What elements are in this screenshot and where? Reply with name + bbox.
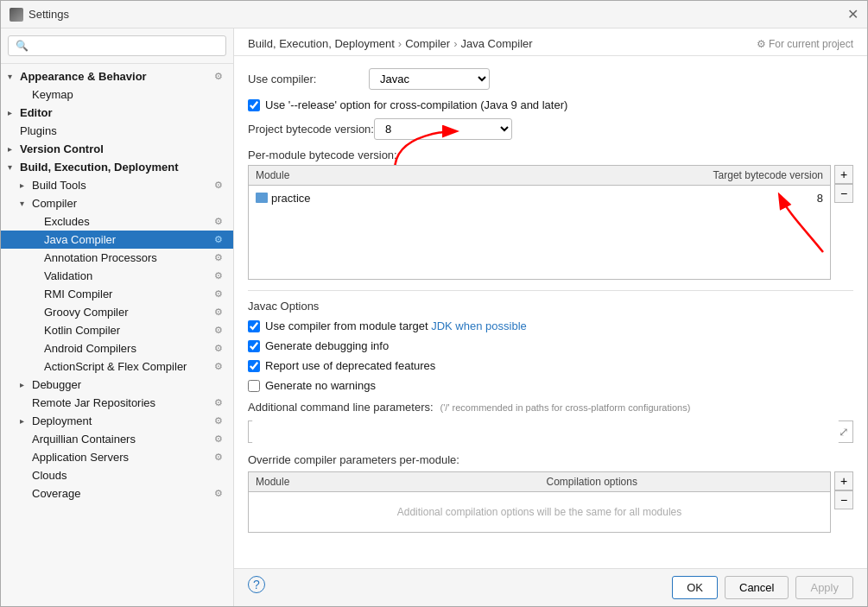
- sidebar-item-kotlin-compiler[interactable]: Kotlin Compiler ⚙: [1, 321, 233, 339]
- ok-button[interactable]: OK: [672, 576, 718, 599]
- search-input[interactable]: [8, 35, 226, 56]
- override-empty-message: Additional compilation options will be t…: [249, 492, 830, 532]
- gear-icon: ⚙: [214, 307, 226, 319]
- sidebar-item-label: Annotation Processors: [44, 251, 214, 264]
- red-arrow-2: [771, 187, 840, 256]
- sidebar-item-java-compiler[interactable]: Java Compiler ⚙: [1, 231, 233, 249]
- breadcrumb-sep2: ›: [453, 37, 457, 50]
- version-cell: 8: [685, 192, 823, 205]
- sidebar-item-plugins[interactable]: Plugins: [1, 122, 233, 140]
- option3-label: Report use of deprecated features: [265, 359, 435, 372]
- breadcrumb-part3: Java Compiler: [461, 37, 533, 50]
- sidebar-item-label: Coverage: [32, 487, 214, 500]
- sidebar-item-rmi-compiler[interactable]: RMI Compiler ⚙: [1, 285, 233, 303]
- help-icon[interactable]: ?: [248, 576, 265, 593]
- sidebar: ▾ Appearance & Behavior ⚙ Keymap ▸ Edito…: [1, 28, 234, 606]
- window-title: Settings: [29, 8, 69, 21]
- sidebar-item-label: Build, Execution, Deployment: [20, 161, 226, 174]
- sidebar-item-label: ActionScript & Flex Compiler: [44, 360, 214, 373]
- sidebar-item-actionscript[interactable]: ActionScript & Flex Compiler ⚙: [1, 357, 233, 376]
- option4-row: Generate no warnings: [248, 379, 853, 392]
- sidebar-item-label: Plugins: [20, 124, 226, 137]
- use-compiler-row: Use compiler: Javac Eclipse Ajc: [248, 68, 853, 90]
- sidebar-item-label: Appearance & Behavior: [20, 70, 214, 83]
- javac-options: Use compiler from module target JDK when…: [248, 319, 853, 392]
- breadcrumb: Build, Execution, Deployment › Compiler …: [248, 37, 533, 50]
- module-column-header: Module: [249, 166, 692, 185]
- breadcrumb-sep1: ›: [398, 37, 402, 50]
- gear-icon: ⚙: [214, 270, 226, 282]
- module-cell: practice: [256, 192, 685, 205]
- sidebar-item-deployment[interactable]: ▸ Deployment ⚙: [1, 412, 233, 430]
- sidebar-item-build-execution[interactable]: ▾ Build, Execution, Deployment: [1, 158, 233, 176]
- table-empty-space: [249, 210, 830, 279]
- search-bar[interactable]: [1, 28, 233, 64]
- sidebar-item-remote-jar[interactable]: Remote Jar Repositories ⚙: [1, 394, 233, 412]
- sidebar-item-label: Kotlin Compiler: [44, 324, 214, 337]
- gear-icon: ⚙: [214, 325, 226, 337]
- sidebar-item-clouds[interactable]: Clouds: [1, 466, 233, 484]
- close-button[interactable]: ✕: [847, 6, 858, 22]
- for-current-project: ⚙ For current project: [757, 38, 853, 50]
- sidebar-item-label: RMI Compiler: [44, 288, 214, 300]
- cancel-button[interactable]: Cancel: [725, 576, 789, 599]
- breadcrumb-part2: Compiler: [405, 37, 450, 50]
- sidebar-item-annotation-processors[interactable]: Annotation Processors ⚙: [1, 249, 233, 267]
- sidebar-item-validation[interactable]: Validation ⚙: [1, 267, 233, 285]
- option2-checkbox[interactable]: [248, 340, 260, 352]
- sidebar-item-groovy-compiler[interactable]: Groovy Compiler ⚙: [1, 303, 233, 321]
- override-table-container: Module Compilation options Additional co…: [248, 471, 853, 543]
- option3-checkbox[interactable]: [248, 360, 260, 372]
- option1-label: Use compiler from module target JDK when…: [265, 319, 527, 332]
- cmd-expand-icon[interactable]: ⤢: [839, 425, 849, 439]
- gear-icon: ⚙: [214, 397, 226, 409]
- use-compiler-select[interactable]: Javac Eclipse Ajc: [369, 68, 490, 90]
- sidebar-item-label: Build Tools: [32, 179, 214, 192]
- sidebar-item-compiler[interactable]: ▾ Compiler: [1, 194, 233, 212]
- version-column-header: Target bytecode version: [692, 166, 830, 185]
- apply-button[interactable]: Apply: [795, 576, 853, 599]
- remove-override-button[interactable]: −: [834, 490, 853, 509]
- sidebar-item-app-servers[interactable]: Application Servers ⚙: [1, 448, 233, 466]
- sidebar-item-label: Deployment: [32, 414, 214, 427]
- override-section: Override compiler parameters per-module:…: [248, 453, 853, 543]
- sidebar-item-label: Excludes: [44, 215, 214, 228]
- sidebar-item-label: Arquillian Containers: [32, 433, 214, 446]
- sidebar-item-debugger[interactable]: ▸ Debugger: [1, 376, 233, 394]
- add-override-button[interactable]: +: [834, 471, 853, 490]
- sidebar-item-arquillian[interactable]: Arquillian Containers ⚙: [1, 430, 233, 448]
- sidebar-item-android-compilers[interactable]: Android Compilers ⚙: [1, 339, 233, 357]
- option3-row: Report use of deprecated features: [248, 359, 853, 372]
- cross-compile-checkbox[interactable]: [248, 99, 260, 111]
- sidebar-item-keymap[interactable]: Keymap: [1, 85, 233, 104]
- module-name: practice: [271, 192, 311, 205]
- per-module-label: Per-module bytecode version:: [248, 149, 397, 161]
- per-module-table-container: Module Target bytecode version practice …: [248, 165, 853, 290]
- sidebar-item-editor[interactable]: ▸ Editor: [1, 104, 233, 122]
- option4-label: Generate no warnings: [265, 379, 376, 392]
- gear-icon: ⚙: [214, 252, 226, 264]
- sidebar-item-version-control[interactable]: ▸ Version Control: [1, 140, 233, 158]
- table-header: Module Target bytecode version: [249, 166, 830, 186]
- sidebar-item-coverage[interactable]: Coverage ⚙: [1, 484, 233, 503]
- sidebar-item-label: Clouds: [32, 469, 226, 482]
- sidebar-item-label: Remote Jar Repositories: [32, 396, 214, 409]
- table-row[interactable]: practice 8: [249, 186, 830, 210]
- add-module-button[interactable]: +: [834, 165, 853, 184]
- override-label: Override compiler parameters per-module:: [248, 453, 853, 466]
- sidebar-item-build-tools[interactable]: ▸ Build Tools ⚙: [1, 176, 233, 194]
- sidebar-item-excludes[interactable]: Excludes ⚙: [1, 212, 233, 231]
- sidebar-item-label: Version Control: [20, 142, 226, 155]
- cmd-params-input[interactable]: [252, 420, 839, 444]
- sidebar-item-label: Groovy Compiler: [44, 306, 214, 319]
- option4-checkbox[interactable]: [248, 380, 260, 392]
- option1-checkbox[interactable]: [248, 320, 260, 332]
- gear-icon: ⚙: [214, 234, 226, 246]
- gear-icon: ⚙: [214, 433, 226, 446]
- gear-icon: ⚙: [214, 180, 226, 192]
- sidebar-item-label: Debugger: [32, 378, 226, 391]
- cmd-params-label: Additional command line parameters:: [248, 401, 434, 414]
- cross-compile-label: Use '--release' option for cross-compila…: [265, 98, 567, 111]
- sidebar-item-label: Java Compiler: [44, 233, 214, 246]
- sidebar-item-appearance[interactable]: ▾ Appearance & Behavior ⚙: [1, 67, 233, 85]
